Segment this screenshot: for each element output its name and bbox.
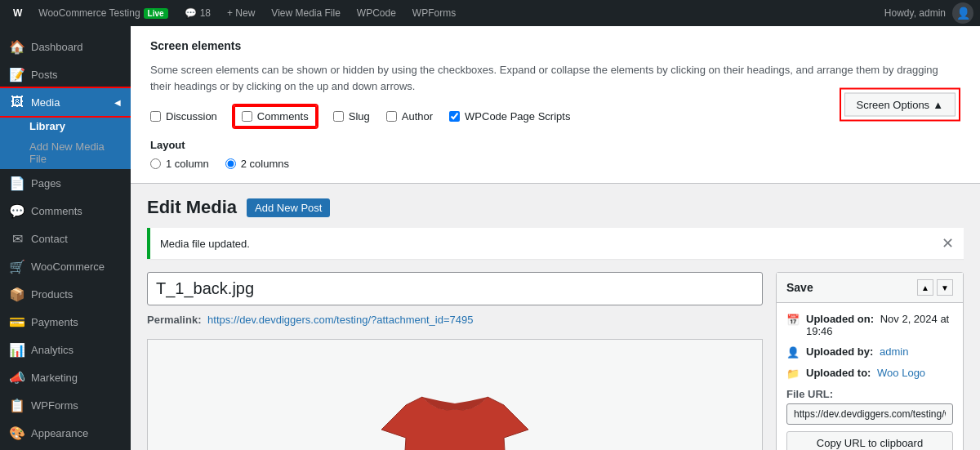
screen-options-button[interactable]: Screen Options ▲ <box>844 93 956 117</box>
checkbox-comments-highlighted: Comments <box>234 105 317 127</box>
layout-1col-label: 1 column <box>166 158 209 170</box>
analytics-icon: 📊 <box>10 342 24 357</box>
sidebar-item-woocommerce[interactable]: 🛒 WooCommerce <box>0 252 131 280</box>
title-input[interactable] <box>147 272 763 305</box>
media-icon: 🖼 <box>10 95 24 109</box>
layout-2col-radio[interactable] <box>225 158 236 169</box>
live-badge: Live <box>144 8 168 19</box>
layout-1col-radio[interactable] <box>150 158 161 169</box>
calendar-icon: 📅 <box>786 314 800 326</box>
save-box-down-arrow[interactable]: ▼ <box>937 279 953 296</box>
sidebar-item-media[interactable]: 🖼 Media ◀ <box>0 88 131 116</box>
sidebar-item-dashboard[interactable]: 🏠 Dashboard <box>0 33 131 60</box>
marketing-icon: 📣 <box>10 370 24 385</box>
permalink-label: Permalink: <box>147 314 201 326</box>
slug-label: Slug <box>349 110 370 123</box>
author-checkbox[interactable] <box>386 111 397 122</box>
sidebar-label-products: Products <box>31 288 73 301</box>
screen-options-panel: Screen elements Some screen elements can… <box>131 26 980 184</box>
author-label: Author <box>402 110 433 123</box>
wpcode-label: WPCode Page Scripts <box>465 110 570 123</box>
wpcode-link[interactable]: WPCode <box>350 7 403 19</box>
sidebar-item-pages[interactable]: 📄 Pages <box>0 169 131 197</box>
uploaded-on-row: 📅 Uploaded on: Nov 2, 2024 at 19:46 <box>786 313 953 337</box>
sidebar-item-add-new-media[interactable]: Add New Media File <box>0 136 131 169</box>
sidebar-item-plugins[interactable]: 🔌 Plugins 15 <box>0 447 131 450</box>
checkbox-discussion: Discussion <box>150 110 217 123</box>
screen-elements-title: Screen elements <box>150 39 960 52</box>
sidebar-item-wpforms[interactable]: 📋 WPForms <box>0 391 131 419</box>
new-item[interactable]: + New <box>220 7 261 19</box>
sidebar-label-analytics: Analytics <box>31 344 74 356</box>
pages-icon: 📄 <box>10 176 24 190</box>
sidebar-section-media: 🖼 Media ◀ Library Add New Media File <box>0 88 131 169</box>
avatar: 👤 <box>952 2 973 24</box>
content-area: Edit Media Add New Post Media file updat… <box>131 184 980 450</box>
image-area: WOO <box>147 339 763 450</box>
sidebar-item-contact[interactable]: ✉ Contact <box>0 225 131 252</box>
sidebar-label-comments: Comments <box>31 205 82 217</box>
comments-checkbox[interactable] <box>242 111 252 122</box>
media-collapse-icon: ◀ <box>114 98 121 107</box>
appearance-icon: 🎨 <box>10 425 24 440</box>
posts-icon: 📝 <box>10 67 24 82</box>
save-box-up-arrow[interactable]: ▲ <box>917 279 933 296</box>
sidebar-label-posts: Posts <box>31 69 58 81</box>
uploaded-by-link[interactable]: admin <box>880 345 908 358</box>
wp-logo[interactable]: W <box>7 7 29 19</box>
sidebar-label-woocommerce: WooCommerce <box>31 261 105 273</box>
site-name[interactable]: WooCommerce Testing Live <box>32 7 174 19</box>
save-box-body: 📅 Uploaded on: Nov 2, 2024 at 19:46 👤 Up… <box>777 303 963 450</box>
wpcode-checkbox[interactable] <box>449 111 460 122</box>
screen-options-button-area: Screen Options ▲ <box>840 88 960 122</box>
sidebar-item-marketing[interactable]: 📣 Marketing <box>0 363 131 391</box>
sidebar-label-media: Media <box>31 96 60 109</box>
uploaded-to-link[interactable]: Woo Logo <box>877 367 925 379</box>
uploaded-on-info: Uploaded on: Nov 2, 2024 at 19:46 <box>806 313 953 337</box>
file-url-input[interactable] <box>786 403 953 425</box>
sidebar-item-comments[interactable]: 💬 Comments <box>0 197 131 225</box>
edit-form-sidebar: Save ▲ ▼ 📅 Uploaded on: Nov <box>776 272 964 450</box>
screen-options-button-label: Screen Options <box>857 99 930 111</box>
sidebar-item-appearance[interactable]: 🎨 Appearance <box>0 419 131 447</box>
uploaded-by-label: Uploaded by: <box>806 345 873 358</box>
uploaded-by-row: 👤 Uploaded by: admin <box>786 345 953 359</box>
update-notice: Media file updated. ✕ <box>147 228 964 259</box>
layout-section: Layout 1 column 2 columns <box>150 139 960 170</box>
copy-url-button[interactable]: Copy URL to clipboard <box>786 431 953 450</box>
sidebar-item-analytics[interactable]: 📊 Analytics <box>0 336 131 363</box>
admin-bar-items: W WooCommerce Testing Live 💬 18 + New Vi… <box>7 7 878 19</box>
view-media-file[interactable]: View Media File <box>265 7 346 19</box>
site-name-text: WooCommerce Testing <box>38 7 140 19</box>
notice-close-button[interactable]: ✕ <box>942 236 954 251</box>
main-content: Screen elements Some screen elements can… <box>131 26 980 450</box>
file-url-label: File URL: <box>786 388 953 400</box>
sidebar-label-dashboard: Dashboard <box>31 41 83 53</box>
slug-checkbox[interactable] <box>333 111 344 122</box>
screen-options-up-icon: ▲ <box>933 99 943 111</box>
add-new-post-button[interactable]: Add New Post <box>247 198 330 217</box>
permalink-row: Permalink: https://dev.devdiggers.com/te… <box>147 314 763 326</box>
checkbox-slug: Slug <box>333 110 370 123</box>
comment-count: 18 <box>200 7 211 19</box>
edit-form-layout: Permalink: https://dev.devdiggers.com/te… <box>147 272 964 450</box>
avatar-icon: 👤 <box>956 7 970 20</box>
sidebar-item-products[interactable]: 📦 Products <box>0 280 131 308</box>
wpforms-link[interactable]: WPForms <box>406 7 462 19</box>
sidebar-item-payments[interactable]: 💳 Payments <box>0 308 131 336</box>
sidebar-item-posts[interactable]: 📝 Posts <box>0 60 131 88</box>
edit-media-header: Edit Media Add New Post <box>147 197 964 218</box>
wpforms-label: WPForms <box>412 7 456 19</box>
wpforms-sidebar-icon: 📋 <box>10 398 24 412</box>
permalink-link[interactable]: https://dev.devdiggers.com/testing/?atta… <box>207 314 473 326</box>
comment-bubble-icon: 💬 <box>185 7 197 19</box>
layout-options: 1 column 2 columns <box>150 158 960 170</box>
discussion-checkbox[interactable] <box>150 111 161 122</box>
woocommerce-icon: 🛒 <box>10 259 24 274</box>
sidebar-label-contact: Contact <box>31 233 68 245</box>
sidebar-item-library[interactable]: Library <box>0 116 131 136</box>
wp-icon: W <box>13 7 22 19</box>
comment-icon-bar[interactable]: 💬 18 <box>178 7 217 19</box>
edit-form-main: Permalink: https://dev.devdiggers.com/te… <box>147 272 763 450</box>
view-media-label: View Media File <box>271 7 340 19</box>
